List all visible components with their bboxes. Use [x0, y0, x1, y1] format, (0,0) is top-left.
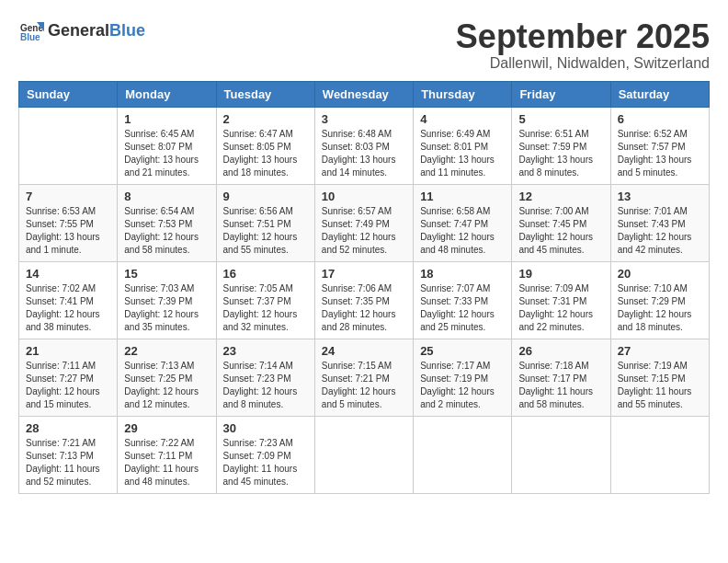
day-info: Sunrise: 7:19 AM Sunset: 7:15 PM Dayligh…	[618, 360, 702, 411]
day-info: Sunrise: 6:54 AM Sunset: 7:53 PM Dayligh…	[124, 205, 209, 257]
calendar-cell: 25Sunrise: 7:17 AM Sunset: 7:19 PM Dayli…	[414, 339, 512, 416]
calendar-cell: 11Sunrise: 6:58 AM Sunset: 7:47 PM Dayli…	[414, 184, 512, 261]
calendar-cell: 12Sunrise: 7:00 AM Sunset: 7:45 PM Dayli…	[512, 184, 610, 261]
day-info: Sunrise: 6:58 AM Sunset: 7:47 PM Dayligh…	[420, 205, 505, 257]
logo: General Blue GeneralBlue	[18, 18, 145, 44]
header-day-monday: Monday	[118, 81, 216, 107]
calendar-week-3: 14Sunrise: 7:02 AM Sunset: 7:41 PM Dayli…	[19, 261, 710, 339]
day-number: 26	[518, 344, 603, 358]
day-number: 18	[420, 267, 505, 281]
day-info: Sunrise: 7:06 AM Sunset: 7:35 PM Dayligh…	[322, 282, 406, 334]
day-info: Sunrise: 7:22 AM Sunset: 7:11 PM Dayligh…	[124, 437, 209, 488]
day-info: Sunrise: 7:01 AM Sunset: 7:43 PM Dayligh…	[618, 205, 702, 257]
day-info: Sunrise: 6:51 AM Sunset: 7:59 PM Dayligh…	[518, 128, 603, 179]
header-day-friday: Friday	[512, 81, 610, 107]
calendar-week-1: 1Sunrise: 6:45 AM Sunset: 8:07 PM Daylig…	[19, 107, 710, 184]
calendar-header-row: SundayMondayTuesdayWednesdayThursdayFrid…	[19, 81, 710, 107]
header-day-wednesday: Wednesday	[314, 81, 413, 107]
day-number: 1	[124, 112, 209, 126]
day-number: 29	[124, 421, 209, 435]
calendar-cell	[19, 107, 118, 184]
day-number: 19	[518, 267, 603, 281]
calendar-cell: 3Sunrise: 6:48 AM Sunset: 8:03 PM Daylig…	[314, 107, 413, 184]
day-number: 9	[223, 190, 308, 203]
day-number: 12	[518, 190, 603, 203]
calendar-cell: 16Sunrise: 7:05 AM Sunset: 7:37 PM Dayli…	[216, 261, 314, 339]
calendar-cell: 19Sunrise: 7:09 AM Sunset: 7:31 PM Dayli…	[512, 261, 610, 339]
header-day-saturday: Saturday	[610, 81, 709, 107]
calendar-cell: 5Sunrise: 6:51 AM Sunset: 7:59 PM Daylig…	[512, 107, 610, 184]
header-day-tuesday: Tuesday	[216, 81, 314, 107]
calendar-week-2: 7Sunrise: 6:53 AM Sunset: 7:55 PM Daylig…	[19, 184, 710, 261]
logo-icon: General Blue	[18, 18, 44, 44]
calendar-cell: 8Sunrise: 6:54 AM Sunset: 7:53 PM Daylig…	[118, 184, 216, 261]
day-info: Sunrise: 7:18 AM Sunset: 7:17 PM Dayligh…	[518, 360, 603, 411]
calendar-cell: 22Sunrise: 7:13 AM Sunset: 7:25 PM Dayli…	[118, 339, 216, 416]
day-info: Sunrise: 7:07 AM Sunset: 7:33 PM Dayligh…	[420, 282, 505, 334]
day-number: 27	[618, 344, 702, 358]
day-number: 11	[420, 190, 505, 203]
calendar-cell: 9Sunrise: 6:56 AM Sunset: 7:51 PM Daylig…	[216, 184, 314, 261]
calendar-cell	[314, 416, 413, 493]
calendar-cell: 10Sunrise: 6:57 AM Sunset: 7:49 PM Dayli…	[314, 184, 413, 261]
day-number: 4	[420, 112, 505, 126]
day-number: 20	[618, 267, 702, 281]
day-info: Sunrise: 6:57 AM Sunset: 7:49 PM Dayligh…	[322, 205, 406, 257]
day-number: 24	[322, 344, 406, 358]
calendar-cell: 1Sunrise: 6:45 AM Sunset: 8:07 PM Daylig…	[118, 107, 216, 184]
calendar-cell: 27Sunrise: 7:19 AM Sunset: 7:15 PM Dayli…	[610, 339, 709, 416]
calendar-cell: 18Sunrise: 7:07 AM Sunset: 7:33 PM Dayli…	[414, 261, 512, 339]
day-number: 2	[223, 112, 308, 126]
day-number: 3	[322, 112, 406, 126]
header-day-thursday: Thursday	[414, 81, 512, 107]
calendar-week-4: 21Sunrise: 7:11 AM Sunset: 7:27 PM Dayli…	[19, 339, 710, 416]
calendar-cell: 24Sunrise: 7:15 AM Sunset: 7:21 PM Dayli…	[314, 339, 413, 416]
day-info: Sunrise: 6:45 AM Sunset: 8:07 PM Dayligh…	[124, 128, 209, 179]
day-info: Sunrise: 6:52 AM Sunset: 7:57 PM Dayligh…	[618, 128, 702, 179]
location-title: Dallenwil, Nidwalden, Switzerland	[456, 55, 710, 72]
day-info: Sunrise: 6:49 AM Sunset: 8:01 PM Dayligh…	[420, 128, 505, 179]
day-number: 28	[26, 421, 110, 435]
calendar-cell: 21Sunrise: 7:11 AM Sunset: 7:27 PM Dayli…	[19, 339, 118, 416]
calendar-cell: 13Sunrise: 7:01 AM Sunset: 7:43 PM Dayli…	[610, 184, 709, 261]
title-area: September 2025 Dallenwil, Nidwalden, Swi…	[456, 18, 710, 72]
day-info: Sunrise: 7:02 AM Sunset: 7:41 PM Dayligh…	[26, 282, 110, 334]
day-number: 16	[223, 267, 308, 281]
day-number: 10	[322, 190, 406, 203]
day-info: Sunrise: 6:48 AM Sunset: 8:03 PM Dayligh…	[322, 128, 406, 179]
calendar-cell	[414, 416, 512, 493]
day-number: 17	[322, 267, 406, 281]
day-info: Sunrise: 7:15 AM Sunset: 7:21 PM Dayligh…	[322, 360, 406, 411]
day-info: Sunrise: 7:23 AM Sunset: 7:09 PM Dayligh…	[223, 437, 308, 488]
day-number: 13	[618, 190, 702, 203]
day-info: Sunrise: 6:56 AM Sunset: 7:51 PM Dayligh…	[223, 205, 308, 257]
day-number: 22	[124, 344, 209, 358]
logo-text: GeneralBlue	[48, 22, 145, 40]
day-info: Sunrise: 7:09 AM Sunset: 7:31 PM Dayligh…	[518, 282, 603, 334]
day-info: Sunrise: 7:05 AM Sunset: 7:37 PM Dayligh…	[223, 282, 308, 334]
day-number: 23	[223, 344, 308, 358]
month-title: September 2025	[456, 18, 710, 55]
calendar-cell: 30Sunrise: 7:23 AM Sunset: 7:09 PM Dayli…	[216, 416, 314, 493]
calendar-cell: 28Sunrise: 7:21 AM Sunset: 7:13 PM Dayli…	[19, 416, 118, 493]
calendar-cell: 15Sunrise: 7:03 AM Sunset: 7:39 PM Dayli…	[118, 261, 216, 339]
calendar-cell: 23Sunrise: 7:14 AM Sunset: 7:23 PM Dayli…	[216, 339, 314, 416]
calendar-cell	[512, 416, 610, 493]
calendar-cell	[610, 416, 709, 493]
calendar-cell: 6Sunrise: 6:52 AM Sunset: 7:57 PM Daylig…	[610, 107, 709, 184]
calendar-cell: 26Sunrise: 7:18 AM Sunset: 7:17 PM Dayli…	[512, 339, 610, 416]
day-info: Sunrise: 7:14 AM Sunset: 7:23 PM Dayligh…	[223, 360, 308, 411]
calendar-cell: 4Sunrise: 6:49 AM Sunset: 8:01 PM Daylig…	[414, 107, 512, 184]
day-number: 7	[26, 190, 110, 203]
header-day-sunday: Sunday	[19, 81, 118, 107]
day-info: Sunrise: 7:11 AM Sunset: 7:27 PM Dayligh…	[26, 360, 110, 411]
day-info: Sunrise: 6:47 AM Sunset: 8:05 PM Dayligh…	[223, 128, 308, 179]
day-info: Sunrise: 6:53 AM Sunset: 7:55 PM Dayligh…	[26, 205, 110, 257]
calendar-cell: 17Sunrise: 7:06 AM Sunset: 7:35 PM Dayli…	[314, 261, 413, 339]
day-number: 14	[26, 267, 110, 281]
calendar-cell: 20Sunrise: 7:10 AM Sunset: 7:29 PM Dayli…	[610, 261, 709, 339]
day-info: Sunrise: 7:17 AM Sunset: 7:19 PM Dayligh…	[420, 360, 505, 411]
day-info: Sunrise: 7:00 AM Sunset: 7:45 PM Dayligh…	[518, 205, 603, 257]
day-number: 30	[223, 421, 308, 435]
day-info: Sunrise: 7:03 AM Sunset: 7:39 PM Dayligh…	[124, 282, 209, 334]
